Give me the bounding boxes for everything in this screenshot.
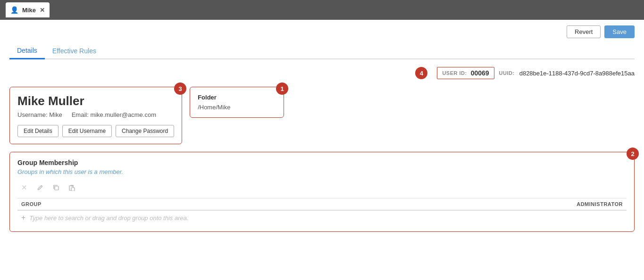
user-meta: Username: Mike Email: mike.muller@acme.c… (17, 111, 174, 118)
badge-1: 1 (276, 82, 288, 95)
username-value: Mike (49, 111, 62, 118)
cards-row: 3 Mike Muller Username: Mike Email: mike… (9, 87, 635, 144)
folder-card: 1 Folder /Home/Mike (190, 87, 284, 118)
email-value: mike.muller@acme.com (90, 111, 156, 118)
tab-details[interactable]: Details (9, 44, 45, 59)
toolbar-row: Revert Save (9, 25, 635, 38)
change-password-button[interactable]: Change Password (116, 125, 174, 137)
content-area: Revert Save Details Effective Rules 4 US… (0, 20, 644, 241)
svg-rect-2 (71, 188, 75, 191)
group-icon-toolbar: ✕ (17, 181, 627, 194)
tabs-row: Details Effective Rules (9, 44, 635, 59)
user-id-box: USER ID: 00069 (437, 67, 494, 79)
edit-details-button[interactable]: Edit Details (17, 125, 59, 137)
uuid-value: d828be1e-1188-437d-9cd7-8a988efe15aa (519, 70, 635, 77)
revert-button[interactable]: Revert (567, 25, 601, 38)
user-tab[interactable]: 👤 Mike ✕ (6, 2, 50, 17)
uuid-label: UUID: (499, 70, 515, 76)
group-membership-card: 2 Group Membership Groups in which this … (9, 152, 635, 232)
col-group: GROUP (17, 198, 225, 210)
user-info-card: 3 Mike Muller Username: Mike Email: mike… (9, 87, 182, 144)
copy-group-button[interactable] (50, 181, 63, 194)
search-row-container: + Type here to search or drag and drop g… (17, 210, 627, 225)
badge-4: 4 (415, 67, 427, 79)
user-id-label: USER ID: (442, 70, 467, 76)
email-meta: Email: mike.muller@acme.com (72, 111, 156, 118)
edit-username-button[interactable]: Edit Username (62, 125, 112, 137)
user-icon: 👤 (10, 6, 18, 14)
tab-effective-rules[interactable]: Effective Rules (45, 44, 104, 58)
tab-name: Mike (22, 7, 36, 14)
group-search-placeholder[interactable]: Type here to search or drag and drop gro… (29, 214, 188, 222)
folder-label: Folder (198, 94, 276, 101)
col-administrator: ADMINISTRATOR (225, 198, 627, 210)
username-meta: Username: Mike (17, 111, 62, 118)
user-id-row: 4 USER ID: 00069 UUID: d828be1e-1188-437… (9, 67, 635, 79)
svg-rect-0 (55, 186, 59, 190)
folder-path: /Home/Mike (198, 104, 276, 111)
group-membership-title: Group Membership (17, 159, 627, 166)
user-id-value: 00069 (471, 69, 489, 77)
badge-2: 2 (627, 148, 639, 160)
action-buttons: Edit Details Edit Username Change Passwo… (17, 125, 174, 137)
paste-group-button[interactable] (66, 181, 79, 194)
save-button[interactable]: Save (604, 25, 635, 38)
close-tab-button[interactable]: ✕ (40, 7, 45, 14)
edit-group-button[interactable] (33, 181, 47, 194)
user-full-name: Mike Muller (17, 94, 174, 108)
group-table: GROUP ADMINISTRATOR + Type here to searc… (17, 198, 627, 225)
add-group-icon: + (21, 214, 25, 222)
badge-3: 3 (174, 82, 186, 95)
group-search-row[interactable]: + Type here to search or drag and drop g… (17, 210, 627, 225)
group-membership-subtitle: Groups in which this user is a member. (17, 168, 627, 175)
remove-group-button[interactable]: ✕ (17, 181, 31, 194)
top-bar: 👤 Mike ✕ (0, 0, 644, 20)
